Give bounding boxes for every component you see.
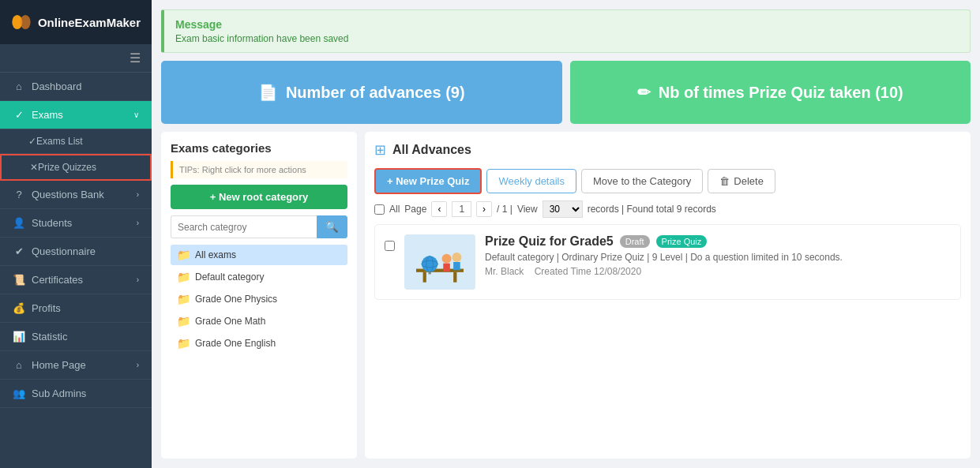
badge-prize: Prize Quiz	[656, 235, 708, 248]
category-item-grade-one-english[interactable]: 📁 Grade One English	[171, 333, 347, 354]
sidebar-item-questions-bank[interactable]: ? Questions Bank ›	[0, 181, 152, 209]
select-all-checkbox[interactable]	[374, 204, 385, 215]
sidebar-label-exams-list: Exams List	[36, 136, 83, 147]
advances-panel: ⊞ All Advances + New Prize Quiz Weekly d…	[365, 132, 971, 459]
sidebar-item-home-page[interactable]: ⌂ Home Page ›	[0, 351, 152, 380]
stats-row: 📄 Number of advances (9) ✏ Nb of times P…	[161, 61, 971, 124]
search-row: 🔍	[171, 215, 347, 238]
quiz-thumbnail	[404, 234, 475, 290]
delete-button[interactable]: 🗑 Delete	[708, 169, 775, 193]
folder-icon: 📁	[177, 337, 190, 350]
sidebar-label-profits: Profits	[32, 302, 61, 314]
next-page-button[interactable]: ›	[476, 201, 492, 217]
stat-card-prize: ✏ Nb of times Prize Quiz taken (10)	[570, 61, 971, 124]
category-search-input[interactable]	[171, 215, 317, 238]
home-page-icon: ⌂	[13, 359, 25, 371]
advances-card-icon: 📄	[258, 83, 278, 102]
badge-draft: Draft	[620, 235, 650, 248]
category-item-default[interactable]: 📁 Default category	[171, 267, 347, 287]
category-label: Default category	[195, 271, 264, 283]
svg-rect-13	[453, 262, 460, 270]
quiz-info: Prize Quiz for Grade5 Draft Prize Quiz D…	[485, 234, 951, 277]
new-prize-quiz-button[interactable]: + New Prize Quiz	[374, 168, 482, 194]
category-item-grade-one-physics[interactable]: 📁 Grade One Physics	[171, 289, 347, 309]
move-to-category-button[interactable]: Move to the Category	[581, 169, 703, 193]
current-page: 1	[452, 201, 471, 217]
advances-card-label: Number of advances (9)	[286, 84, 465, 102]
category-label: Grade One Math	[195, 316, 265, 327]
logo-area: OnlineExamMaker	[0, 0, 152, 44]
view-label: View	[517, 204, 538, 215]
message-title: Message	[175, 18, 959, 31]
sidebar-item-exams[interactable]: ✓ Exams ∨	[0, 101, 152, 129]
category-list: 📁 All exams 📁 Default category 📁 Grade O…	[171, 245, 347, 354]
logo-icon	[11, 9, 32, 35]
category-item-all-exams[interactable]: 📁 All exams	[171, 245, 347, 265]
sidebar-label-questions-bank: Questions Bank	[32, 189, 104, 200]
main-content: Message Exam basic information have been…	[152, 0, 980, 468]
advances-header: ⊞ All Advances	[374, 141, 961, 159]
students-arrow-icon: ›	[137, 219, 139, 227]
questions-bank-arrow-icon: ›	[137, 190, 139, 199]
page-label: Page	[404, 204, 426, 215]
prev-page-button[interactable]: ‹	[431, 201, 447, 217]
sidebar-item-students[interactable]: 👤 Students ›	[0, 209, 152, 238]
sidebar-item-certificates[interactable]: 📜 Certificates ›	[0, 266, 152, 294]
total-pages: / 1 |	[497, 204, 513, 215]
sidebar-label-statistic: Statistic	[32, 331, 68, 343]
category-search-button[interactable]: 🔍	[317, 215, 347, 238]
sidebar-item-profits[interactable]: 💰 Profits	[0, 294, 152, 323]
sidebar-item-sub-admins[interactable]: 👥 Sub Admins	[0, 380, 152, 408]
sidebar-item-dashboard[interactable]: ⌂ Dashboard	[0, 73, 152, 101]
svg-point-1	[21, 15, 31, 29]
sidebar-label-prize-quizzes: Prize Quizzes	[38, 162, 96, 173]
view-select[interactable]: 30 50 100	[543, 200, 583, 218]
questionnaire-icon: ✔	[13, 245, 25, 257]
svg-rect-4	[423, 272, 426, 283]
certificates-arrow-icon: ›	[137, 275, 139, 284]
categories-tips: TIPs: Right click for more actions	[171, 161, 347, 178]
exams-list-icon: ✓	[28, 136, 36, 147]
hamburger-button[interactable]: ☰	[130, 51, 141, 66]
statistic-icon: 📊	[13, 331, 25, 343]
folder-icon: 📁	[177, 271, 190, 283]
sidebar-item-prize-quizzes[interactable]: ✕ Prize Quizzes	[0, 154, 152, 181]
folder-icon: 📁	[177, 315, 190, 328]
quiz-checkbox[interactable]	[385, 241, 395, 251]
svg-point-6	[422, 256, 438, 272]
quiz-title-row: Prize Quiz for Grade5 Draft Prize Quiz	[485, 234, 951, 249]
category-item-grade-one-math[interactable]: 📁 Grade One Math	[171, 311, 347, 331]
quiz-meta: Default category | Ordinary Prize Quiz |…	[485, 252, 951, 263]
category-label: All exams	[195, 249, 236, 260]
dashboard-icon: ⌂	[13, 80, 25, 92]
folder-icon: 📁	[177, 249, 190, 261]
sidebar-label-home-page: Home Page	[32, 359, 86, 371]
sidebar-item-exams-list[interactable]: ✓ Exams List	[0, 129, 152, 154]
delete-icon: 🗑	[719, 175, 730, 187]
message-banner: Message Exam basic information have been…	[161, 9, 971, 53]
pagination-row: All Page ‹ 1 › / 1 | View 30 50 100 reco…	[374, 200, 961, 218]
sidebar-label-dashboard: Dashboard	[32, 80, 82, 92]
quiz-card: Prize Quiz for Grade5 Draft Prize Quiz D…	[374, 224, 961, 300]
lower-section: Exams categories TIPs: Right click for m…	[161, 132, 971, 459]
prize-card-icon: ✏	[637, 83, 651, 102]
certificates-icon: 📜	[13, 274, 25, 286]
created-label: Created Time 12/08/2020	[535, 266, 641, 277]
sidebar-item-questionnaire[interactable]: ✔ Questionnaire	[0, 238, 152, 266]
exams-icon: ✓	[13, 109, 25, 121]
weekly-details-button[interactable]: Weekly details	[486, 169, 576, 193]
search-icon: 🔍	[325, 221, 339, 233]
sidebar-label-certificates: Certificates	[32, 274, 83, 286]
prize-card-label: Nb of times Prize Quiz taken (10)	[659, 84, 903, 102]
questions-bank-icon: ?	[13, 189, 25, 200]
svg-point-12	[452, 253, 461, 262]
profits-icon: 💰	[13, 302, 25, 314]
students-icon: 👤	[13, 217, 25, 229]
logo-text: OnlineExamMaker	[38, 16, 141, 29]
svg-rect-5	[453, 272, 456, 283]
hamburger-area: ☰	[0, 44, 152, 73]
new-root-category-button[interactable]: + New root category	[171, 185, 347, 209]
svg-rect-9	[428, 272, 430, 275]
exams-arrow-icon: ∨	[133, 110, 139, 119]
sidebar-item-statistic[interactable]: 📊 Statistic	[0, 323, 152, 351]
